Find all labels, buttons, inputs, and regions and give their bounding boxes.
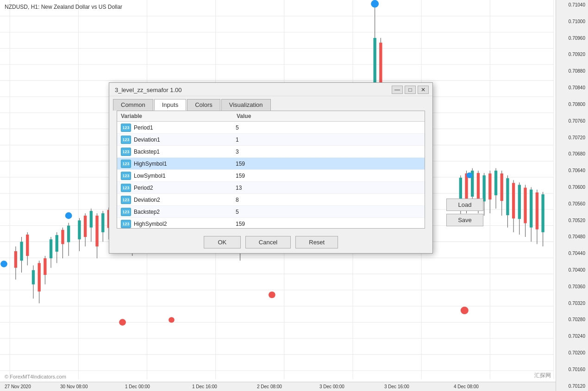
tab-common[interactable]: Common (113, 99, 153, 111)
time-label: 1 Dec 00:00 (125, 384, 150, 389)
svg-rect-45 (50, 239, 52, 258)
table-row[interactable]: 123Deviation11 (117, 134, 425, 146)
svg-rect-135 (477, 173, 480, 200)
tab-bar: CommonInputsColorsVisualization (109, 96, 432, 111)
table-row[interactable]: 123LowSymbol1159 (117, 170, 425, 182)
price-label: 0.70240 (557, 334, 587, 339)
price-label: 0.71040 (557, 2, 587, 7)
svg-point-118 (0, 261, 7, 267)
var-type-icon: 123 (121, 196, 131, 204)
svg-rect-37 (26, 235, 29, 256)
svg-rect-139 (488, 174, 491, 199)
var-name: HighSymbol1 (134, 161, 236, 167)
svg-rect-43 (44, 258, 46, 275)
svg-point-73 (119, 319, 126, 325)
table-row[interactable]: 123Backstep13 (117, 146, 425, 158)
indicator-settings-dialog: 3_level_zz_semafor 1.00 — □ ✕ CommonInpu… (109, 82, 433, 254)
svg-rect-145 (506, 178, 509, 215)
price-label: 0.70360 (557, 284, 587, 289)
time-axis: 27 Nov 202030 Nov 08:001 Dec 00:001 Dec … (0, 382, 556, 391)
dialog-title: 3_level_zz_semafor 1.00 (115, 87, 182, 93)
svg-rect-54 (78, 220, 81, 239)
var-value: 159 (236, 161, 421, 167)
time-label: 27 Nov 2020 (5, 384, 31, 389)
price-label: 0.70600 (557, 185, 587, 190)
dialog-titlebar: 3_level_zz_semafor 1.00 — □ ✕ (109, 83, 432, 96)
svg-rect-39 (32, 270, 35, 285)
table-row[interactable]: 123Period15 (117, 122, 425, 134)
svg-rect-47 (56, 235, 58, 252)
price-label: 0.70920 (557, 52, 587, 57)
maximize-button[interactable]: □ (405, 86, 416, 94)
time-label: 30 Nov 08:00 (60, 384, 88, 389)
load-button[interactable]: Load (446, 199, 483, 211)
tab-visualization[interactable]: Visualization (221, 99, 271, 111)
time-label: 4 Dec 08:00 (454, 384, 479, 389)
minimize-button[interactable]: — (392, 86, 403, 94)
table-row[interactable]: 123Deviation28 (117, 194, 425, 206)
svg-point-127 (371, 0, 379, 7)
price-label: 0.70720 (557, 135, 587, 140)
col-value-header: Value (237, 113, 421, 119)
svg-rect-137 (482, 175, 485, 201)
var-type-icon: 123 (121, 124, 131, 132)
svg-rect-41 (38, 263, 40, 291)
var-type-icon: 123 (121, 160, 131, 168)
svg-point-159 (467, 173, 473, 178)
var-value: 159 (236, 173, 421, 179)
svg-point-52 (65, 212, 72, 219)
svg-rect-49 (61, 230, 64, 244)
reset-button[interactable]: Reset (295, 236, 338, 248)
price-label: 0.70680 (557, 151, 587, 156)
save-button[interactable]: Save (446, 214, 483, 226)
svg-rect-58 (90, 211, 93, 228)
svg-point-117 (269, 292, 275, 298)
svg-rect-157 (541, 194, 544, 232)
var-name: Period1 (134, 124, 236, 131)
dialog-controls: — □ ✕ (392, 86, 429, 94)
price-label: 0.70400 (557, 267, 587, 273)
var-value: 8 (236, 197, 421, 203)
ok-button[interactable]: OK (204, 236, 241, 248)
var-name: Deviation1 (134, 137, 236, 143)
time-label: 3 Dec 00:00 (319, 384, 344, 389)
cancel-button[interactable]: Cancel (245, 236, 291, 248)
var-type-icon: 123 (121, 220, 131, 228)
table-row[interactable]: 123HighSymbol2159 (117, 218, 425, 228)
var-name: Deviation2 (134, 197, 236, 203)
price-label: 0.70200 (557, 350, 587, 355)
price-label: 0.70560 (557, 201, 587, 206)
svg-rect-141 (494, 171, 497, 195)
var-name: Backstep1 (134, 149, 236, 155)
price-label: 0.70840 (557, 85, 587, 90)
price-axis: 0.710400.710000.709600.709200.708800.708… (556, 0, 588, 391)
table-row[interactable]: 123HighSymbol1159 (117, 158, 425, 170)
watermark-left: © ForexMT4Indicators.com (5, 374, 66, 379)
table-header: Variable Value (117, 111, 425, 122)
side-buttons: Load Save (446, 199, 483, 226)
price-label: 0.70640 (557, 168, 587, 173)
table-row[interactable]: 123Period213 (117, 182, 425, 194)
svg-rect-60 (95, 216, 98, 247)
svg-rect-62 (101, 213, 104, 232)
tab-inputs[interactable]: Inputs (154, 99, 186, 111)
tab-colors[interactable]: Colors (187, 99, 220, 111)
svg-point-96 (169, 317, 175, 323)
var-type-icon: 123 (121, 184, 131, 192)
price-label: 0.70760 (557, 118, 587, 124)
price-label: 0.70880 (557, 68, 587, 74)
table-row[interactable]: 123Backstep25 (117, 206, 425, 218)
var-value: 1 (236, 137, 421, 143)
svg-rect-33 (14, 251, 17, 268)
var-type-icon: 123 (121, 136, 131, 144)
var-name: Backstep2 (134, 209, 236, 215)
var-value: 3 (236, 149, 421, 155)
svg-rect-143 (500, 174, 503, 201)
price-label: 0.70520 (557, 218, 587, 223)
var-type-icon: 123 (121, 208, 131, 216)
time-label: 3 Dec 16:00 (384, 384, 409, 389)
svg-rect-151 (524, 188, 526, 223)
price-label: 0.70960 (557, 36, 587, 41)
svg-rect-147 (512, 183, 515, 218)
close-button[interactable]: ✕ (418, 86, 429, 94)
